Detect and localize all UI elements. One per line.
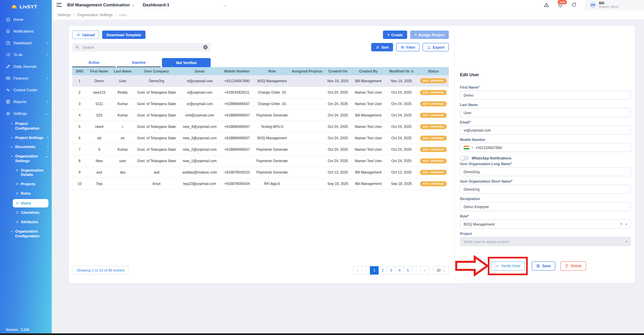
sidebar-subitem-organization-settings[interactable]: –Organization Settings⌄: [0, 152, 52, 166]
sort-icon[interactable]: ⇅: [411, 70, 414, 73]
pager-nav-button[interactable]: «: [353, 266, 362, 275]
india-flag-icon[interactable]: [464, 146, 469, 149]
breadcrumb-item[interactable]: Settings: [57, 13, 71, 17]
column-header-email[interactable]: Email: [179, 67, 220, 75]
chevron-icon: ›: [47, 76, 48, 80]
org-long-name-field[interactable]: [460, 167, 631, 176]
sidebar-subsubitem-roles[interactable]: Roles: [0, 189, 52, 198]
flag-caret-icon[interactable]: ▾: [472, 146, 473, 149]
sidebar-item-reports[interactable]: Reports›: [0, 96, 52, 107]
tab-not-verified[interactable]: Not Verified: [162, 58, 211, 67]
column-header-created-by[interactable]: Created By: [352, 67, 385, 75]
sidebar-subitem-project-configuration[interactable]: –Project Configuration: [0, 119, 52, 133]
assign-project-button[interactable]: + Assign Project: [410, 31, 449, 39]
sidebar-subsubitem-users[interactable]: Users: [13, 199, 48, 208]
refresh-icon[interactable]: [571, 2, 577, 8]
search-input[interactable]: [82, 45, 201, 50]
export-button[interactable]: Export: [423, 43, 449, 51]
table-cell: Teja: [87, 178, 112, 189]
download-template-button[interactable]: Download Template: [102, 31, 145, 39]
table-cell: [290, 166, 324, 178]
pager-nav-button[interactable]: ›: [412, 266, 421, 275]
sidebar-subitem-documents[interactable]: –Documents›: [0, 142, 52, 152]
column-header-mobile-number[interactable]: Mobile Number: [220, 67, 254, 75]
table-cell: Oct 24, 2025: [324, 109, 352, 121]
sidebar-subitem-project-settings[interactable]: –Project Settings›: [0, 133, 52, 143]
column-header-role[interactable]: Role: [254, 67, 290, 75]
table-row[interactable]: 3S111KumarGovt. of Telangana Statesr@yop…: [72, 98, 449, 109]
filter-button[interactable]: Filter: [396, 43, 420, 51]
table-row[interactable]: 4S22KumarGovt. of Telangana States44@yop…: [72, 109, 449, 121]
sidebar-subsubitem-attributes[interactable]: Attributes: [0, 218, 52, 227]
sort-button[interactable]: Sort: [371, 43, 393, 51]
dashboard-dropdown[interactable]: Dashboard-1 ⌄: [143, 2, 227, 7]
first-name-field[interactable]: [460, 91, 631, 100]
upload-button[interactable]: Upload: [72, 31, 99, 39]
table-row[interactable]: 1DemoUserDemoOrgvt@yopmail.com+911234567…: [72, 75, 449, 87]
sidebar-item-to-do[interactable]: To do›: [0, 49, 52, 60]
hamburger-menu-icon[interactable]: [56, 2, 62, 8]
tab-inactive[interactable]: Inactive: [117, 58, 160, 67]
org-short-name-field[interactable]: [460, 185, 631, 194]
table-row[interactable]: 2new123ReddyGovt. of Telangana Staten@yo…: [72, 87, 449, 98]
table-cell: Oct 24, 2025: [324, 87, 352, 98]
role-select[interactable]: BOQ Management ✕ ▾: [460, 220, 631, 229]
sidebar-item-settings[interactable]: Settings⌄: [0, 107, 52, 119]
page-button-3[interactable]: 3: [387, 266, 395, 275]
mobile-field[interactable]: ▾ +911234567890: [460, 143, 631, 152]
page-button-2[interactable]: 2: [378, 266, 387, 275]
table-cell: [290, 75, 324, 87]
column-header-modified-on[interactable]: Modified On⇅: [385, 67, 418, 75]
user-name: Bill: [599, 1, 619, 5]
sidebar-item-dashboard[interactable]: Dashboard›: [0, 37, 52, 49]
sidebar-item-notifications[interactable]: Notifications: [0, 25, 52, 37]
column-header-assigned-projects[interactable]: Assigned Projects: [290, 67, 324, 75]
table-row[interactable]: 7SKumarGovt. of Telangana Statenew_2@yop…: [72, 144, 449, 155]
notification-bell-icon[interactable]: 1222: [557, 2, 563, 8]
email-field[interactable]: [460, 126, 631, 135]
page-size-select[interactable]: 10 ⌄: [433, 266, 449, 275]
app-logo[interactable]: LivSYT: [0, 0, 52, 13]
verify-user-button[interactable]: Verify User: [491, 261, 525, 271]
column-header-first-name[interactable]: First Name: [87, 67, 112, 75]
table-row[interactable]: 6ddeeGovt. of Telangana Statenew_3@yopma…: [72, 132, 449, 144]
table-row[interactable]: 5new4rGovt. of Telangana Statenew_4@yopm…: [72, 121, 449, 132]
designation-field[interactable]: [460, 202, 631, 211]
sidebar-item-control-center[interactable]: Control Center: [0, 84, 52, 96]
sidebar-item-daily-journals[interactable]: Daily Journals: [0, 60, 52, 72]
workspace-dropdown[interactable]: Bill Management Combination ⌄: [67, 2, 135, 7]
tab-active[interactable]: Active: [72, 58, 116, 67]
column-header-status[interactable]: Status: [418, 67, 449, 75]
page-button-1[interactable]: 1: [370, 266, 379, 275]
breadcrumb-item[interactable]: User: [119, 13, 127, 17]
create-button[interactable]: + Create: [383, 31, 407, 39]
last-name-field[interactable]: [460, 108, 631, 117]
sidebar-item-finances[interactable]: Finances›: [0, 72, 52, 84]
page-button-4[interactable]: 4: [395, 266, 404, 275]
table-row[interactable]: 8NewuserGovt. of Telangana Statenew_1@yo…: [72, 155, 449, 166]
column-header-last-name[interactable]: Last Name: [112, 67, 134, 75]
sidebar-subsubitem-label: Projects: [21, 182, 35, 187]
column-header-sno[interactable]: SNO: [72, 67, 87, 75]
user-menu[interactable]: BM Bill System_admin: [585, 0, 644, 10]
page-button-5[interactable]: 5: [403, 266, 412, 275]
sidebar-subitem-organization-configuration[interactable]: –Organization Configuration: [0, 227, 52, 241]
clear-search-icon[interactable]: ✕: [203, 45, 208, 49]
save-button[interactable]: Save: [532, 261, 555, 271]
table-row[interactable]: 10Tejalivsytteja23@yopmail.com+919876565…: [72, 178, 449, 189]
breadcrumb-item[interactable]: Organization Settings: [77, 13, 113, 17]
table-cell: new123: [87, 87, 112, 98]
sidebar-item-home[interactable]: Home: [0, 13, 52, 25]
alert-triangle-icon[interactable]: [544, 2, 549, 8]
whatsapp-toggle[interactable]: [460, 156, 469, 160]
column-header-user-company[interactable]: User Company: [134, 67, 179, 75]
pager-nav-button[interactable]: »: [420, 266, 429, 275]
sidebar-subsubitem-organization-details[interactable]: Organization Details: [0, 166, 52, 180]
sidebar-subsubitem-projects[interactable]: Projects: [0, 180, 52, 189]
sidebar-subsubitem-checklists[interactable]: Checklists: [0, 208, 52, 218]
delete-button[interactable]: Delete: [560, 261, 586, 271]
clear-role-icon[interactable]: ✕: [620, 222, 623, 226]
table-row[interactable]: 9asddasasdasddas@mailsec.com+91987654321…: [72, 166, 449, 178]
pager-nav-button[interactable]: ‹: [361, 266, 370, 275]
column-header-created-on[interactable]: Created On: [324, 67, 352, 75]
